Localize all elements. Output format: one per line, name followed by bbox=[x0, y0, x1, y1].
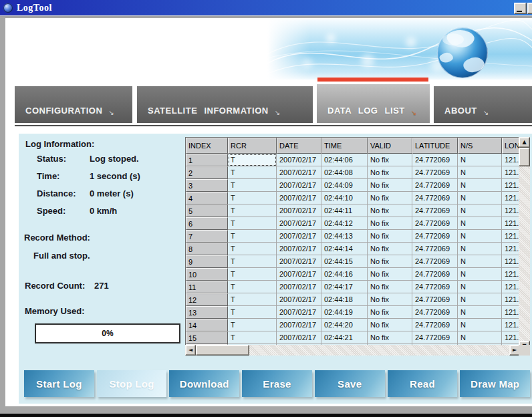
table-cell[interactable]: 24.772069 bbox=[412, 154, 458, 166]
table-cell[interactable]: 02:44:13 bbox=[321, 230, 368, 243]
table-cell[interactable]: T bbox=[228, 154, 277, 166]
tab-configuration[interactable]: CONFIGURATION↘ bbox=[15, 86, 132, 123]
table-cell[interactable]: T bbox=[228, 179, 277, 192]
table-cell[interactable]: 24.772069 bbox=[412, 166, 458, 179]
table-cell[interactable]: T bbox=[228, 192, 277, 204]
row-header[interactable]: 7 bbox=[186, 230, 228, 243]
table-cell[interactable]: No fix bbox=[368, 255, 412, 268]
table-cell[interactable]: 24.772069 bbox=[412, 192, 458, 204]
table-cell[interactable]: N bbox=[458, 306, 502, 319]
table-cell[interactable]: N bbox=[458, 179, 502, 192]
table-cell[interactable]: 02:44:06 bbox=[321, 154, 368, 166]
table-cell[interactable]: 02:44:11 bbox=[321, 204, 368, 217]
column-header-n-s[interactable]: N/S bbox=[458, 138, 502, 154]
table-cell[interactable]: No fix bbox=[368, 230, 412, 243]
row-header[interactable]: 5 bbox=[186, 204, 228, 217]
table-cell[interactable]: 2007/02/17 bbox=[277, 230, 321, 243]
row-header[interactable]: 8 bbox=[186, 243, 228, 255]
table-cell[interactable]: 2007/02/17 bbox=[277, 166, 321, 179]
row-header[interactable]: 14 bbox=[186, 319, 228, 331]
column-header-index[interactable]: INDEX bbox=[186, 138, 228, 154]
table-cell[interactable]: 02:44:15 bbox=[321, 255, 368, 268]
table-cell[interactable]: No fix bbox=[368, 319, 412, 331]
tab-about[interactable]: ABOUT↘ bbox=[434, 86, 532, 123]
horizontal-scroll-thumb[interactable] bbox=[196, 345, 249, 356]
table-cell[interactable]: 121. bbox=[502, 243, 519, 255]
table-cell[interactable]: No fix bbox=[368, 281, 412, 293]
row-header[interactable]: 10 bbox=[186, 268, 228, 281]
tab-satellite-information[interactable]: SATELLITE INFORMATION↘ bbox=[137, 86, 313, 123]
table-cell[interactable]: 02:44:14 bbox=[321, 243, 368, 255]
table-cell[interactable]: T bbox=[228, 268, 277, 281]
table-cell[interactable]: N bbox=[458, 230, 502, 243]
table-cell[interactable]: 02:44:09 bbox=[321, 179, 368, 192]
table-cell[interactable]: N bbox=[458, 319, 502, 331]
vertical-scrollbar[interactable]: ▲ ▼ bbox=[519, 137, 530, 352]
table-cell[interactable]: 2007/02/17 bbox=[277, 179, 321, 192]
row-header[interactable]: 15 bbox=[186, 331, 228, 344]
table-cell[interactable]: N bbox=[458, 268, 502, 281]
table-cell[interactable]: 121. bbox=[502, 255, 519, 268]
table-cell[interactable]: 2007/02/17 bbox=[277, 306, 321, 319]
start-log-button[interactable]: Start Log bbox=[24, 370, 94, 397]
table-cell[interactable]: 121. bbox=[502, 268, 519, 281]
table-cell[interactable]: 2007/02/17 bbox=[277, 255, 321, 268]
row-header[interactable]: 13 bbox=[186, 306, 228, 319]
read-button[interactable]: Read bbox=[388, 370, 458, 397]
column-header-date[interactable]: DATE bbox=[277, 138, 321, 154]
title-bar[interactable]: LogTool bbox=[0, 0, 532, 15]
table-cell[interactable]: 02:44:08 bbox=[321, 166, 368, 179]
table-cell[interactable]: 121. bbox=[502, 293, 519, 306]
table-cell[interactable]: T bbox=[228, 230, 277, 243]
row-header[interactable]: 4 bbox=[186, 192, 228, 204]
table-cell[interactable]: N bbox=[458, 331, 502, 344]
table-cell[interactable]: T bbox=[228, 306, 277, 319]
row-header[interactable]: 12 bbox=[186, 293, 228, 306]
table-cell[interactable]: T bbox=[228, 293, 277, 306]
table-cell[interactable]: N bbox=[458, 255, 502, 268]
download-button[interactable]: Download bbox=[169, 370, 239, 397]
scroll-up-button[interactable]: ▲ bbox=[519, 137, 530, 148]
table-cell[interactable]: 24.772069 bbox=[412, 243, 458, 255]
table-cell[interactable]: 121. bbox=[502, 217, 519, 230]
save-button[interactable]: Save bbox=[315, 370, 385, 397]
row-header[interactable]: 9 bbox=[186, 255, 228, 268]
scroll-left-button[interactable]: ◄ bbox=[185, 345, 196, 356]
table-cell[interactable]: 24.772069 bbox=[412, 268, 458, 281]
table-cell[interactable]: T bbox=[228, 319, 277, 331]
table-cell[interactable]: No fix bbox=[368, 331, 412, 344]
table-cell[interactable]: 02:44:17 bbox=[321, 281, 368, 293]
table-cell[interactable]: 02:44:18 bbox=[321, 293, 368, 306]
row-header[interactable]: 2 bbox=[186, 166, 228, 179]
table-cell[interactable]: No fix bbox=[368, 166, 412, 179]
table-cell[interactable]: 02:44:12 bbox=[321, 217, 368, 230]
table-cell[interactable]: 02:44:10 bbox=[321, 192, 368, 204]
table-cell[interactable]: 02:44:16 bbox=[321, 268, 368, 281]
table-cell[interactable]: N bbox=[458, 166, 502, 179]
table-cell[interactable]: No fix bbox=[368, 154, 412, 166]
stop-log-button[interactable]: Stop Log bbox=[97, 370, 167, 397]
table-cell[interactable]: 24.772069 bbox=[412, 217, 458, 230]
table-cell[interactable]: No fix bbox=[368, 268, 412, 281]
table-cell[interactable]: 2007/02/17 bbox=[277, 217, 321, 230]
table-cell[interactable]: N bbox=[458, 293, 502, 306]
table-cell[interactable]: No fix bbox=[368, 293, 412, 306]
table-cell[interactable]: No fix bbox=[368, 306, 412, 319]
table-cell[interactable]: No fix bbox=[368, 243, 412, 255]
table-cell[interactable]: 121. bbox=[502, 204, 519, 217]
table-cell[interactable]: No fix bbox=[368, 204, 412, 217]
table-cell[interactable]: 02:44:19 bbox=[321, 306, 368, 319]
table-cell[interactable]: 24.772069 bbox=[412, 319, 458, 331]
table-cell[interactable]: 24.772069 bbox=[412, 230, 458, 243]
table-cell[interactable]: No fix bbox=[368, 217, 412, 230]
table-cell[interactable]: 2007/02/17 bbox=[277, 293, 321, 306]
table-cell[interactable]: N bbox=[458, 154, 502, 166]
table-cell[interactable]: 24.772069 bbox=[412, 204, 458, 217]
table-cell[interactable]: T bbox=[228, 243, 277, 255]
row-header[interactable]: 3 bbox=[186, 179, 228, 192]
table-cell[interactable]: No fix bbox=[368, 192, 412, 204]
table-cell[interactable]: No fix bbox=[368, 179, 412, 192]
table-cell[interactable]: 2007/02/17 bbox=[277, 281, 321, 293]
table-cell[interactable]: 121. bbox=[502, 230, 519, 243]
table-cell[interactable]: T bbox=[228, 204, 277, 217]
